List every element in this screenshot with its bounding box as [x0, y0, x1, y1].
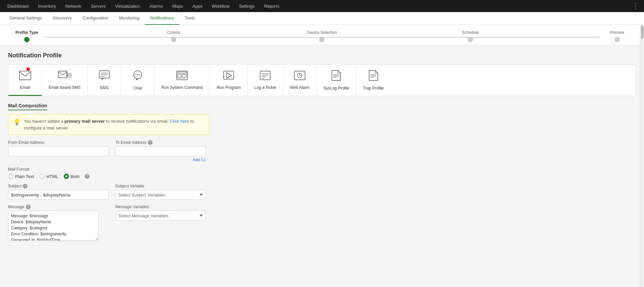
nav-dashboard[interactable]: Dashboard [3, 0, 34, 12]
step-circle-criteria [171, 37, 176, 42]
step-label-criteria: Criteria [167, 30, 180, 35]
radio-circle-plain-text [8, 174, 13, 179]
nav-settings[interactable]: Settings [234, 0, 259, 12]
chat-icon [132, 70, 143, 83]
nav-reports[interactable]: Reports [259, 0, 284, 12]
radio-label-both: Both [71, 174, 80, 179]
nav-alarms[interactable]: Alarms [145, 0, 168, 12]
subject-group: Subject ? [8, 184, 109, 200]
message-variable-group: Message Variables Select Message Variabl… [115, 205, 206, 241]
radio-circle-both [64, 174, 69, 179]
svg-point-13 [139, 74, 140, 75]
warning-icon: 💡 [13, 118, 20, 126]
subnav-configuration[interactable]: Configuration [77, 12, 114, 25]
subject-label: Subject ? [8, 184, 109, 188]
profile-card-trap[interactable]: Trap Profile [356, 65, 391, 96]
warning-link[interactable]: Click here [170, 119, 189, 124]
step-profile-type[interactable]: Profile Type [13, 30, 40, 42]
trap-icon [369, 70, 378, 83]
step-circle-schedule [468, 37, 473, 42]
nav-servers[interactable]: Servers [86, 0, 111, 12]
subnav-notifications[interactable]: Notifications [145, 12, 179, 25]
subject-variable-label: Subject Variable [115, 184, 206, 188]
run-prog-icon [223, 71, 234, 82]
step-label-profile-type: Profile Type [15, 30, 38, 35]
mail-format-section: Mail Format Plain Text HTML Both ? [8, 167, 636, 179]
to-email-label: To Email Address ? [115, 140, 206, 145]
main-content: Notification Profile Email [0, 45, 644, 287]
svg-marker-21 [227, 73, 231, 78]
profile-card-ticket[interactable]: Log a Ticket [248, 65, 283, 96]
subject-variable-select[interactable]: Select Subject Variables [115, 190, 206, 200]
subnav-tools[interactable]: Tools [179, 12, 200, 25]
profile-card-label-syslog: SysLog Profile [324, 86, 349, 91]
message-variable-select[interactable]: Select Message Variables [115, 211, 206, 221]
nav-maps[interactable]: Maps [168, 0, 188, 12]
profile-card-email-sms[interactable]: Email based SMS [42, 65, 87, 96]
svg-point-12 [137, 74, 138, 75]
profile-card-sms[interactable]: SMS [87, 65, 121, 96]
progress-bar-container: Profile Type Criteria Device Selection S… [0, 25, 644, 45]
mail-format-help-icon[interactable]: ? [85, 174, 90, 179]
scrollbar-thumb[interactable] [641, 25, 644, 39]
subject-help-icon[interactable]: ? [23, 184, 27, 188]
profile-card-label-email-sms: Email based SMS [49, 85, 80, 90]
profile-card-label-sms: SMS [100, 85, 109, 90]
svg-marker-14 [136, 79, 138, 80]
profile-card-run-cmd[interactable]: Run System Command [155, 65, 210, 96]
web-alarm-icon [294, 71, 305, 82]
subnav-discovery[interactable]: Discovery [47, 12, 77, 25]
to-email-input[interactable] [115, 146, 206, 156]
step-device-selection[interactable]: Device Selection [307, 30, 337, 42]
add-cc-link[interactable]: Add Cc [115, 158, 206, 162]
subject-variable-group: Subject Variable Select Subject Variable… [115, 184, 206, 200]
message-textarea[interactable]: Message: $message Device: $displayName C… [8, 211, 99, 241]
profile-card-run-prog[interactable]: Run Program [210, 65, 247, 96]
nav-workflow[interactable]: Workflow [207, 0, 234, 12]
scrollbar[interactable] [640, 25, 644, 287]
svg-rect-16 [178, 72, 186, 73]
nav-network[interactable]: Network [61, 0, 86, 12]
svg-rect-17 [178, 74, 181, 77]
profile-card-label-web-alarm: Web Alarm [290, 85, 309, 90]
radio-both[interactable]: Both [64, 174, 80, 179]
to-email-help-icon[interactable]: ? [148, 140, 153, 145]
sub-navigation: General Settings Discovery Configuration… [0, 12, 644, 25]
subject-input[interactable] [8, 190, 109, 200]
radio-plain-text[interactable]: Plain Text [8, 174, 34, 179]
step-schedule[interactable]: Schedule [457, 30, 484, 42]
warning-text: You haven't added a primary mail server … [24, 118, 204, 131]
nav-inventory[interactable]: Inventory [34, 0, 61, 12]
page-title: Notification Profile [8, 52, 636, 59]
warning-box: 💡 You haven't added a primary mail serve… [8, 114, 209, 135]
radio-html[interactable]: HTML [39, 174, 58, 179]
profile-cards: Email Email based SMS [8, 64, 636, 96]
step-criteria[interactable]: Criteria [160, 30, 187, 42]
subnav-monitoring[interactable]: Monitoring [114, 12, 145, 25]
from-email-label: From Email Address [8, 140, 109, 145]
step-label-schedule: Schedule [462, 30, 479, 35]
nav-apps[interactable]: Apps [188, 0, 207, 12]
svg-rect-2 [67, 73, 71, 77]
profile-card-chat[interactable]: Chat [121, 65, 155, 96]
profile-card-label-run-cmd: Run System Command [161, 85, 203, 90]
subnav-general-settings[interactable]: General Settings [4, 12, 47, 25]
email-icon [19, 71, 31, 82]
profile-card-email[interactable]: Email [8, 65, 42, 96]
profile-card-syslog[interactable]: SysLog Profile [317, 65, 356, 96]
profile-card-web-alarm[interactable]: Web Alarm [283, 65, 317, 96]
message-help-icon[interactable]: ? [26, 205, 31, 209]
svg-rect-0 [19, 71, 31, 80]
message-row: Message ? Message: $message Device: $dis… [8, 205, 636, 241]
from-email-input[interactable] [8, 146, 109, 156]
mail-composition-title: Mail Composition [8, 103, 47, 110]
radio-circle-html [39, 174, 45, 179]
svg-rect-18 [182, 74, 186, 77]
message-label: Message ? [8, 205, 109, 209]
svg-rect-20 [224, 71, 234, 79]
more-options-icon[interactable]: ⋮ [630, 2, 641, 10]
warning-bold: primary mail server [64, 119, 105, 124]
step-label-preview: Preview [610, 30, 625, 35]
step-preview[interactable]: Preview [604, 30, 631, 42]
nav-virtualization[interactable]: Virtualization [111, 0, 145, 12]
